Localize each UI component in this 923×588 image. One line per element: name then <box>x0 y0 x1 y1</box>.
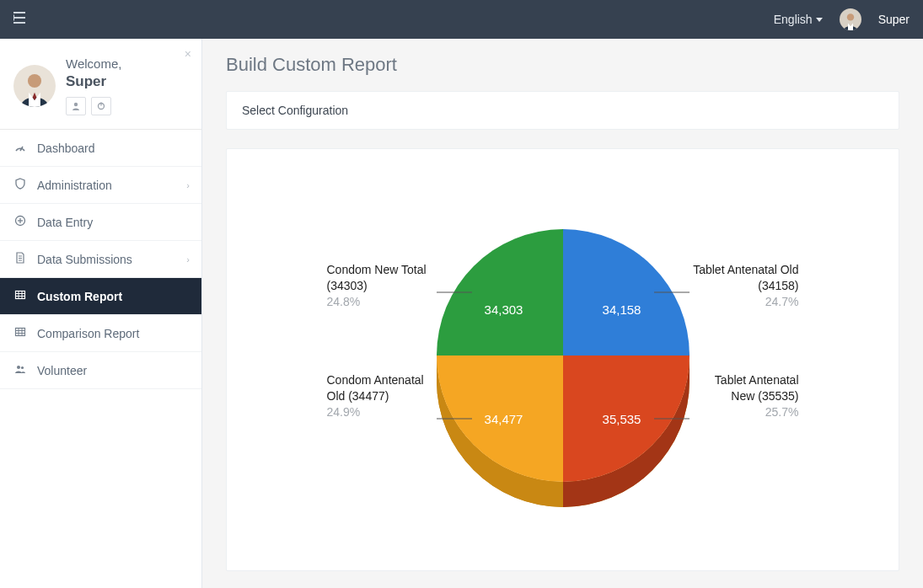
svg-point-5 <box>74 103 78 106</box>
caret-down-icon <box>816 18 823 22</box>
language-label: English <box>774 13 813 26</box>
slice-label-2: Condom Antenatal Old (34477) 24.9% <box>327 372 437 420</box>
page-title: Build Custom Report <box>226 54 899 76</box>
svg-point-25 <box>17 366 20 369</box>
avatar-small[interactable] <box>840 8 861 30</box>
chart-card: 34,158 35,535 34,477 34,303 Tablet Anten… <box>226 148 899 571</box>
svg-rect-7 <box>100 103 101 106</box>
svg-point-3 <box>846 13 853 20</box>
sidebar-item-data-entry[interactable]: Data Entry <box>0 204 201 241</box>
pie-chart: 34,158 35,535 34,477 34,303 Tablet Anten… <box>327 174 799 537</box>
sidebar: × Welcome, Super <box>0 39 202 588</box>
sidebar-item-volunteer[interactable]: Volunteer <box>0 352 201 389</box>
sidebar-item-administration[interactable]: Administration › <box>0 167 201 204</box>
sidebar-item-custom-report[interactable]: Custom Report <box>0 278 201 315</box>
sidebar-item-label: Volunteer <box>37 364 87 377</box>
profile-icon-button[interactable] <box>66 97 86 115</box>
sidebar-item-label: Administration <box>37 179 112 192</box>
sidebar-nav: Dashboard Administration › Data Entry D <box>0 130 201 389</box>
welcome-label: Welcome, <box>66 56 121 71</box>
slice-label-0: Tablet Antenatal Old (34158) 24.7% <box>690 262 799 310</box>
slice-label-1: Tablet Antenatal New (35535) 25.7% <box>690 372 799 420</box>
slice-label-3: Condom New Total (34303) 24.8% <box>327 262 437 310</box>
config-panel[interactable]: Select Configuration <box>226 91 899 130</box>
grid-icon <box>13 326 27 340</box>
gauge-icon <box>13 141 27 155</box>
svg-point-26 <box>21 366 24 369</box>
chevron-right-icon: › <box>186 180 190 190</box>
menu-toggle-icon[interactable] <box>13 12 29 27</box>
users-icon <box>13 363 27 377</box>
sidebar-item-data-submissions[interactable]: Data Submissions › <box>0 241 201 278</box>
sidebar-item-comparison-report[interactable]: Comparison Report <box>0 315 201 352</box>
topbar: English Super <box>0 0 923 39</box>
topbar-user-name: Super <box>878 13 910 26</box>
plus-circle-icon <box>13 215 27 229</box>
svg-rect-15 <box>16 291 25 299</box>
doc-icon <box>13 252 27 266</box>
language-selector[interactable]: English <box>774 13 823 26</box>
svg-rect-20 <box>16 329 25 336</box>
grid-icon <box>13 289 27 303</box>
svg-rect-1 <box>13 17 25 19</box>
svg-rect-2 <box>13 22 25 24</box>
close-icon[interactable]: × <box>185 47 191 61</box>
svg-point-4 <box>28 73 41 87</box>
sidebar-item-label: Data Submissions <box>37 253 132 266</box>
svg-rect-0 <box>13 12 25 13</box>
welcome-user-name: Super <box>66 72 121 92</box>
sidebar-item-label: Comparison Report <box>37 327 139 340</box>
sidebar-item-label: Custom Report <box>37 290 122 303</box>
sidebar-item-dashboard[interactable]: Dashboard <box>0 130 201 167</box>
shield-icon <box>13 178 27 192</box>
welcome-block: Welcome, Super <box>0 39 201 130</box>
sidebar-item-label: Dashboard <box>37 142 95 155</box>
avatar-large <box>13 65 56 107</box>
power-icon-button[interactable] <box>91 97 111 115</box>
config-panel-label: Select Configuration <box>242 104 348 117</box>
sidebar-item-label: Data Entry <box>37 216 93 229</box>
chevron-right-icon: › <box>186 254 190 265</box>
content: Build Custom Report Select Configuration <box>202 39 923 588</box>
